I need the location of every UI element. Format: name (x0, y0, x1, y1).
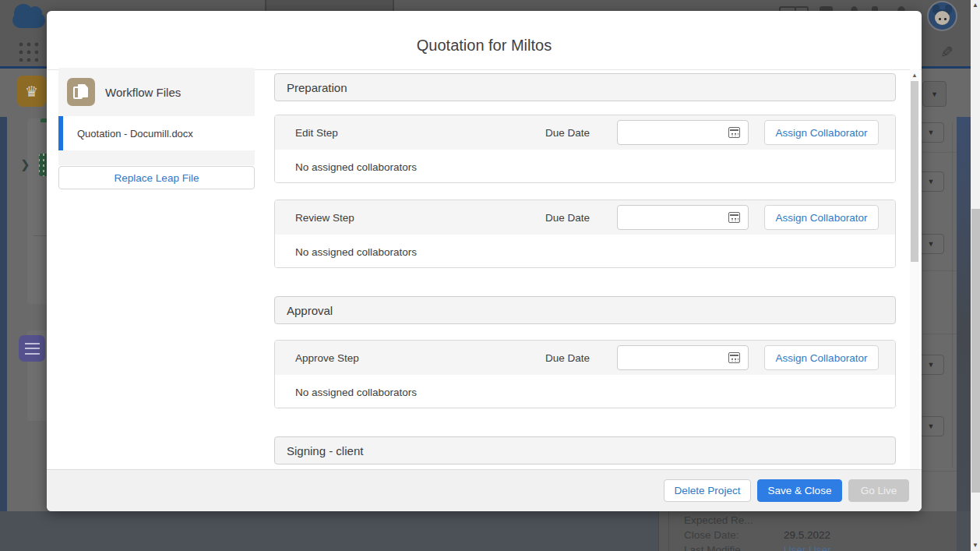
workflow-config-modal: Quotation for Miltos Workflow Files Quot… (47, 11, 922, 511)
background-dropdown-button: ▼ (918, 122, 944, 143)
modal-scrollbar-thumb[interactable] (911, 81, 918, 262)
background-card-line (918, 334, 957, 334)
page-scrollbar[interactable]: ▲ ▼ (971, 0, 980, 551)
workflow-files-header: Workflow Files (58, 68, 255, 116)
caret-down-icon: ▼ (928, 240, 935, 248)
background-image-strip-left (0, 117, 7, 511)
record-field-row: Close Date: 29.5.2022 (684, 529, 949, 544)
step-card-review: Review Step Due Date Assign Collaborator… (274, 200, 896, 268)
workflow-files-panel: Workflow Files Quotation - Documill.docx (58, 68, 255, 165)
background-dropdown-button: ▼ (922, 81, 947, 107)
due-date-field[interactable] (617, 120, 749, 145)
step-body: No assigned collaborators (275, 375, 895, 408)
step-name: Review Step (275, 212, 545, 224)
calendar-icon[interactable] (728, 212, 740, 223)
step-header: Review Step Due Date Assign Collaborator (275, 200, 895, 235)
no-collaborators-text: No assigned collaborators (295, 387, 417, 398)
due-date-input[interactable] (624, 346, 725, 369)
step-header: Approve Step Due Date Assign Collaborato… (275, 341, 895, 375)
chevron-right-icon: ❯ (20, 157, 30, 171)
assign-collaborator-button[interactable]: Assign Collaborator (764, 205, 879, 230)
document-page-front (78, 84, 88, 97)
caret-down-icon: ▼ (928, 178, 935, 185)
edit-pencil-icon: ✎ (940, 43, 954, 62)
page-scrollbar-thumb[interactable] (971, 209, 980, 493)
scroll-up-icon[interactable]: ▲ (910, 70, 919, 80)
crown-app-icon: ♛ (17, 76, 46, 107)
due-date-label: Due Date (545, 127, 590, 139)
calendar-icon[interactable] (728, 352, 740, 363)
background-card-edge (952, 122, 953, 468)
due-date-input[interactable] (624, 121, 725, 144)
related-list-icon (19, 335, 45, 362)
caret-down-icon: ▼ (928, 361, 935, 369)
record-field-label: Last Modifie... (684, 544, 749, 551)
step-name: Edit Step (275, 127, 545, 139)
no-collaborators-text: No assigned collaborators (295, 246, 417, 258)
section-title: Preparation (287, 81, 347, 94)
scroll-up-icon[interactable]: ▲ (971, 0, 980, 11)
replace-leap-file-button[interactable]: Replace Leap File (58, 166, 255, 189)
step-body: No assigned collaborators (275, 150, 895, 183)
workflow-file-item[interactable]: Quotation - Documill.docx (58, 116, 255, 150)
workflow-files-icon (67, 78, 95, 106)
background-record-details: Expected Re... Close Date: 29.5.2022 Las… (658, 511, 957, 551)
due-date-field[interactable] (617, 205, 749, 230)
section-header-signing-client: Signing - client (274, 436, 896, 464)
salesforce-cloud-logo-icon (12, 12, 45, 28)
due-date-label: Due Date (545, 352, 590, 364)
no-collaborators-text: No assigned collaborators (295, 161, 417, 173)
record-field-row: Expected Re... (684, 514, 949, 529)
caret-down-icon: ▼ (928, 422, 935, 430)
step-card-approve: Approve Step Due Date Assign Collaborato… (274, 340, 896, 408)
section-header-preparation: Preparation (274, 73, 896, 101)
background-card-line (918, 152, 957, 153)
user-avatar (927, 1, 957, 31)
calendar-icon[interactable] (728, 127, 740, 138)
avatar-face (935, 11, 950, 25)
background-dropdown-button: ▼ (918, 234, 944, 254)
background-dropdown-button: ▼ (918, 171, 944, 192)
due-date-input[interactable] (624, 206, 725, 229)
workflow-steps-column: Preparation Edit Step Due Date Assign Co… (274, 11, 896, 511)
due-date-label: Due Date (545, 212, 590, 224)
avatar-eye (944, 18, 947, 20)
record-field-row: Last Modifie... User User (684, 544, 949, 551)
avatar-eye (939, 18, 941, 20)
record-field-value: 29.5.2022 (784, 529, 830, 541)
record-field-label: Close Date: (684, 529, 739, 541)
background-card-line (918, 270, 957, 271)
step-body: No assigned collaborators (275, 235, 895, 268)
workflow-files-title: Workflow Files (105, 86, 181, 99)
step-name: Approve Step (275, 352, 545, 364)
screen: ✎ ♛ ❯ ▼ ▼ ▼ ▼ ▼ ▼ Expected Re... Close D… (0, 0, 980, 551)
background-image-strip-right (957, 117, 971, 511)
section-title: Signing - client (287, 444, 363, 457)
workflow-file-name: Quotation - Documill.docx (77, 128, 193, 140)
scroll-down-icon[interactable]: ▼ (971, 540, 980, 551)
go-live-button: Go Live (848, 479, 909, 502)
due-date-field[interactable] (617, 345, 749, 370)
assign-collaborator-button[interactable]: Assign Collaborator (764, 120, 879, 145)
save-and-close-button[interactable]: Save & Close (757, 479, 842, 502)
assign-collaborator-button[interactable]: Assign Collaborator (764, 345, 879, 370)
record-field-label: Expected Re... (684, 514, 753, 526)
section-header-approval: Approval (274, 296, 896, 324)
delete-project-button[interactable]: Delete Project (664, 479, 751, 502)
modal-scrollbar[interactable]: ▲ ▼ (910, 69, 919, 479)
background-card-line (918, 471, 957, 472)
app-launcher-icon (16, 40, 38, 62)
caret-down-icon: ▼ (928, 129, 935, 136)
step-card-edit: Edit Step Due Date Assign Collaborator N… (274, 115, 896, 183)
record-field-link: User User (784, 544, 831, 551)
caret-down-icon: ▼ (931, 90, 938, 98)
section-title: Approval (287, 304, 333, 317)
modal-footer: Delete Project Save & Close Go Live (47, 469, 922, 511)
step-header: Edit Step Due Date Assign Collaborator (275, 115, 895, 150)
background-dropdown-button: ▼ (918, 416, 944, 436)
background-dropdown-button: ▼ (918, 355, 944, 375)
